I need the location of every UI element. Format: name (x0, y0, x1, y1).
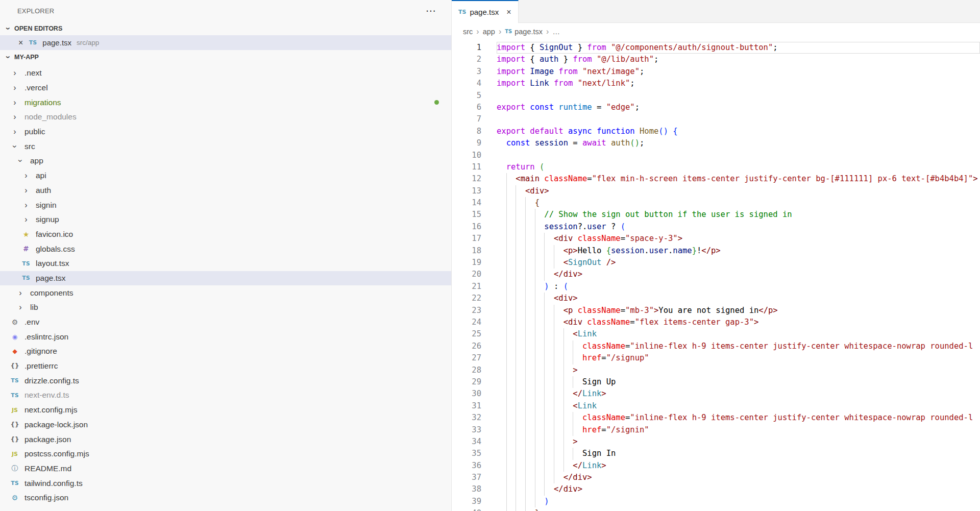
code-line[interactable]: 23 <p className="mb-3">You are not signe… (452, 305, 980, 317)
code-line[interactable]: 16 session?.user ? ( (452, 221, 980, 233)
code-line[interactable]: 19 <SignOut /> (452, 257, 980, 269)
open-editor-item[interactable]: TSpage.tsxsrc/app (0, 35, 451, 50)
indent-guide (506, 436, 507, 448)
code-line[interactable]: 13 <div> (452, 185, 980, 197)
breadcrumb-item-src[interactable]: src (463, 28, 473, 36)
code-line[interactable]: 36 </Link> (452, 460, 980, 472)
open-editors-header[interactable]: OPEN EDITORS (0, 21, 451, 35)
tree-item-layout.tsx[interactable]: TSlayout.tsx (0, 256, 451, 271)
code-editor[interactable]: 1import { SignOut } from "@/components/a… (452, 40, 980, 511)
tree-item-globals.css[interactable]: #globals.css (0, 241, 451, 256)
code-line[interactable]: 33 href="/signin" (452, 424, 980, 436)
code-line[interactable]: 12 <main className="flex min-h-screen it… (452, 173, 980, 185)
code-line[interactable]: 5 (452, 90, 980, 102)
tree-item-tailwind.config.ts[interactable]: TStailwind.config.ts (0, 476, 451, 491)
tree-item-next.config.mjs[interactable]: JSnext.config.mjs (0, 403, 451, 418)
tree-item-package.json[interactable]: {}package.json (0, 432, 451, 447)
code-line[interactable]: 28 > (452, 364, 980, 376)
tree-item-public[interactable]: public (0, 125, 451, 139)
tree-item-postcss.config.mjs[interactable]: JSpostcss.config.mjs (0, 447, 451, 461)
tree-item-auth[interactable]: auth (0, 183, 451, 198)
code-line[interactable]: 26 className="inline-flex h-9 items-cent… (452, 340, 980, 352)
code-line[interactable]: 29 Sign Up (452, 376, 980, 388)
tree-item-.next[interactable]: .next (0, 66, 451, 81)
code-line[interactable]: 25 <Link (452, 328, 980, 340)
breadcrumb-item-page.tsx[interactable]: TSpage.tsx (505, 28, 543, 36)
tree-item-favicon.ico[interactable]: ★favicon.ico (0, 227, 451, 242)
tree-item-migrations[interactable]: migrations (0, 95, 451, 110)
indent-guide (535, 281, 535, 293)
code-line[interactable]: 7 (452, 113, 980, 125)
line-number: 26 (452, 340, 497, 352)
tree-item-lib[interactable]: lib (0, 300, 451, 315)
code-line[interactable]: 27 href="/signup" (452, 352, 980, 364)
code-line[interactable]: 14 { (452, 197, 980, 209)
code-line[interactable]: 2import { auth } from "@/lib/auth"; (452, 54, 980, 65)
code-line[interactable]: 4import Link from "next/link"; (452, 78, 980, 89)
code-line[interactable]: 8export default async function Home() { (452, 126, 980, 137)
tree-item-README.md[interactable]: ⓘREADME.md (0, 461, 451, 476)
tree-item-src[interactable]: src (0, 139, 451, 154)
tree-item-drizzle.config.ts[interactable]: TSdrizzle.config.ts (0, 373, 451, 388)
code-line[interactable]: 35 Sign In (452, 448, 980, 459)
breadcrumb-item-…[interactable]: … (552, 28, 560, 36)
code-line[interactable]: 39 ) (452, 496, 980, 507)
tree-item-package-lock.json[interactable]: {}package-lock.json (0, 418, 451, 432)
indent-guide (516, 412, 516, 424)
code-line[interactable]: 10 (452, 150, 980, 161)
code-line-content: </div> (497, 472, 980, 483)
indent-guide (544, 400, 545, 412)
tree-item-.gitignore[interactable]: ◆.gitignore (0, 344, 451, 359)
tree-item-components[interactable]: components (0, 285, 451, 300)
more-actions-icon[interactable] (426, 6, 436, 16)
tree-item-.prettierrc[interactable]: {}.prettierrc (0, 359, 451, 374)
code-line[interactable]: 3import Image from "next/image"; (452, 66, 980, 78)
indent-guide (516, 185, 516, 197)
tree-item-.env[interactable]: ⚙.env (0, 315, 451, 330)
code-line[interactable]: 20 </div> (452, 269, 980, 280)
code-line[interactable]: 22 <div> (452, 293, 980, 304)
indent-guide (564, 376, 564, 388)
tree-item-api[interactable]: api (0, 168, 451, 183)
tree-item-label: favicon.ico (36, 230, 73, 239)
code-line[interactable]: 24 <div className="flex items-center gap… (452, 317, 980, 328)
code-line-content: const session = await auth(); (497, 137, 980, 149)
tree-item-app[interactable]: app (0, 154, 451, 168)
indent-guide (506, 448, 507, 459)
code-line[interactable]: 31 <Link (452, 400, 980, 412)
indent-guide (506, 388, 507, 400)
indent-guide (544, 257, 545, 269)
tree-item-tsconfig.json[interactable]: ⚙tsconfig.json (0, 491, 451, 505)
line-number: 7 (452, 113, 497, 125)
code-line[interactable]: 9 const session = await auth(); (452, 137, 980, 149)
tree-item-signup[interactable]: signup (0, 212, 451, 227)
close-icon[interactable] (18, 39, 23, 47)
code-line[interactable]: 37 </div> (452, 472, 980, 483)
code-line[interactable]: 30 </Link> (452, 388, 980, 400)
code-line[interactable]: 15 // Show the sign out button if the us… (452, 209, 980, 221)
code-line[interactable]: 40 } (452, 507, 980, 511)
tree-item-node_modules[interactable]: node_modules (0, 110, 451, 125)
indent-guide (525, 436, 526, 448)
indent-guide (535, 305, 535, 317)
indent-guide (564, 388, 564, 400)
tree-item-.eslintrc.json[interactable]: ◉.eslintrc.json (0, 329, 451, 344)
tree-item-.vercel[interactable]: .vercel (0, 81, 451, 95)
workspace-header[interactable]: MY-APP (0, 50, 451, 64)
code-line[interactable]: 32 className="inline-flex h-9 items-cent… (452, 412, 980, 424)
code-line[interactable]: 11 return ( (452, 161, 980, 173)
breadcrumb-item-app[interactable]: app (483, 28, 495, 36)
tree-item-signin[interactable]: signin (0, 198, 451, 212)
tab-page.tsx[interactable]: TSpage.tsx (452, 0, 519, 23)
code-line[interactable]: 6export const runtime = "edge"; (452, 102, 980, 113)
code-line[interactable]: 21 ) : ( (452, 281, 980, 293)
breadcrumb-separator-icon: › (476, 28, 479, 36)
code-line[interactable]: 38 </div> (452, 483, 980, 495)
code-line[interactable]: 18 <p>Hello {session.user.name}!</p> (452, 245, 980, 257)
tree-item-next-env.d.ts[interactable]: TSnext-env.d.ts (0, 388, 451, 403)
code-line[interactable]: 34 > (452, 436, 980, 448)
tree-item-page.tsx[interactable]: TSpage.tsx (0, 271, 451, 286)
code-line[interactable]: 17 <div className="space-y-3"> (452, 233, 980, 245)
close-icon[interactable] (506, 8, 511, 16)
code-line[interactable]: 1import { SignOut } from "@/components/a… (452, 42, 980, 54)
